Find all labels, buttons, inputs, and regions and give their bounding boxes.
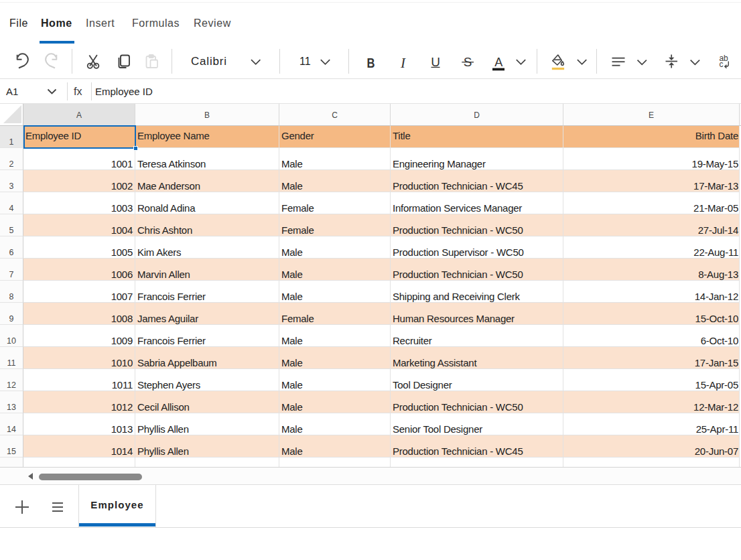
- svg-text:B: B: [366, 56, 375, 70]
- svg-text:c: c: [720, 60, 724, 69]
- svg-text:I: I: [400, 55, 406, 71]
- svg-text:U: U: [431, 55, 440, 69]
- svg-text:A: A: [494, 56, 502, 69]
